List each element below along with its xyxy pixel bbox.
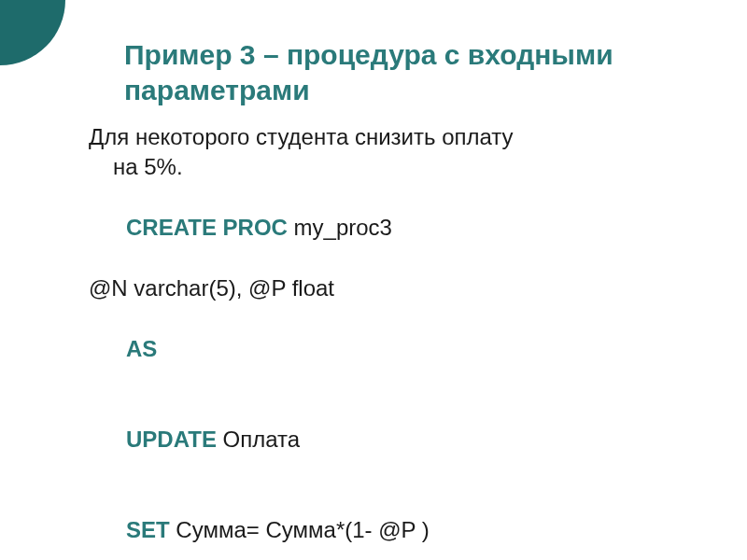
- code-set: SET Сумма= Сумма*(1- @P ): [89, 485, 700, 560]
- slide-body: Для некоторого студента снизить оплату н…: [89, 122, 700, 560]
- kw-as: AS: [126, 336, 157, 361]
- slide-title: Пример 3 – процедура с входными параметр…: [89, 37, 700, 107]
- desc-line-2: на 5%.: [89, 152, 700, 182]
- code-params: @N varchar(5), @P float: [89, 273, 700, 303]
- proc-name: my_proc3: [288, 215, 392, 240]
- kw-create: CREATE PROC: [126, 215, 288, 240]
- code-create: CREATE PROC my_proc3: [89, 183, 700, 273]
- kw-set: SET: [126, 517, 170, 542]
- slide-content: Пример 3 – процедура с входными параметр…: [0, 0, 747, 560]
- update-table: Оплата: [217, 427, 300, 452]
- code-update: UPDATE Оплата: [89, 395, 700, 485]
- desc-line-1: Для некоторого студента снизить оплату: [89, 122, 700, 152]
- set-expr: Сумма= Сумма*(1- @P ): [170, 517, 430, 542]
- code-as: AS: [89, 303, 700, 394]
- kw-update: UPDATE: [126, 427, 217, 452]
